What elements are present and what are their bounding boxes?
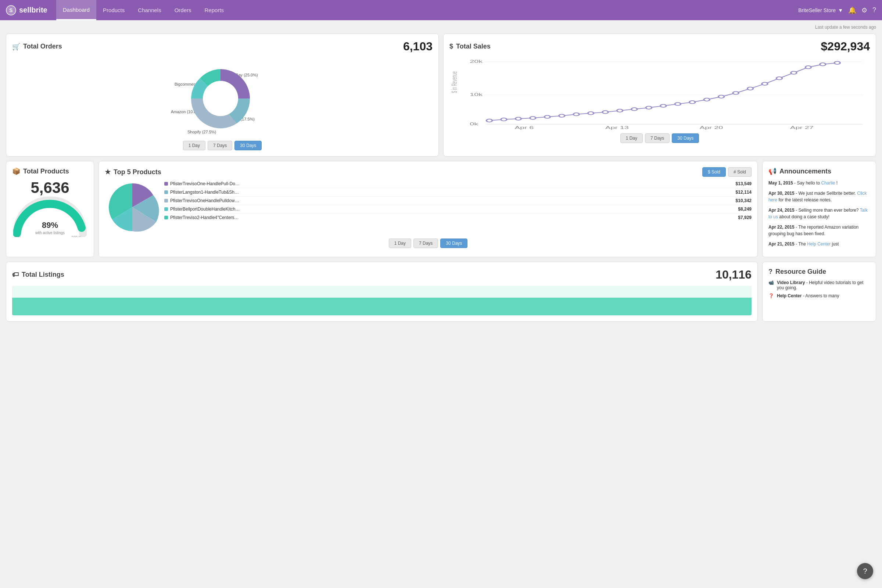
resource-title: ? Resource Guide <box>768 268 870 276</box>
help-circle-icon: ❓ <box>768 293 774 298</box>
sales-value: $292,934 <box>821 40 870 53</box>
total-listings-card: 🏷 Total Listings 10,116 <box>6 262 758 322</box>
video-icon: 📹 <box>768 280 774 285</box>
sales-30days-btn[interactable]: 30 Days <box>672 134 699 143</box>
top5-item-5: PfisterTreviso2-Handle4"CentersetBa... $… <box>164 213 752 222</box>
gear-icon[interactable]: ⚙ <box>861 6 867 14</box>
ann-item-4: Apr 22, 2015 - The reported Amazon varia… <box>768 224 870 237</box>
total-products-card: 📦 Total Products 5,636 89% with active l… <box>6 161 94 257</box>
sales-title: $ Total Sales <box>450 43 490 50</box>
svg-text:20k: 20k <box>470 59 483 64</box>
nav-orders[interactable]: Orders <box>168 0 198 20</box>
line-chart-svg: 20k 10k 0k $ in Revenue Apr 6 Apr 13 Apr… <box>450 56 870 130</box>
box-icon: 📦 <box>12 167 20 175</box>
chevron-down-icon: ▼ <box>838 8 843 13</box>
svg-point-24 <box>559 114 565 117</box>
svg-text:10k: 10k <box>470 92 483 97</box>
top5-inner: PfisterTrevisoOne-HandlePull-DownKi... $… <box>105 180 752 235</box>
total-sales-card: $ Total Sales $292,934 20k 10k 0k $ in R… <box>443 33 876 156</box>
listings-bar-chart <box>12 286 752 315</box>
svg-point-30 <box>646 106 652 109</box>
svg-point-7 <box>203 81 238 116</box>
svg-text:Apr 13: Apr 13 <box>605 125 629 130</box>
products-value: 5,636 <box>12 179 88 196</box>
svg-point-23 <box>544 116 550 118</box>
resource-item-1: 📹 Video Library - Helpful video tutorial… <box>768 280 870 290</box>
svg-point-26 <box>588 112 594 115</box>
top5-item-1: PfisterTrevisoOne-HandlePull-DownKi... $… <box>164 180 752 188</box>
logo: S sellbrite <box>6 5 47 15</box>
svg-text:S: S <box>9 8 12 13</box>
last-update-text: Last update a few seconds ago <box>6 25 876 30</box>
gauge-svg: 89% with active listings 0 % 100 % <box>13 196 87 237</box>
svg-point-32 <box>675 102 681 105</box>
svg-point-22 <box>530 117 536 119</box>
top5-7days-btn[interactable]: 7 Days <box>413 238 438 248</box>
orders-value: 6,103 <box>403 40 432 53</box>
sales-7days-btn[interactable]: 7 Days <box>645 134 670 143</box>
nav-reports[interactable]: Reports <box>198 0 231 20</box>
svg-point-40 <box>791 71 797 74</box>
sales-1day-btn[interactable]: 1 Day <box>620 134 643 143</box>
top5-list: PfisterTrevisoOne-HandlePull-DownKi... $… <box>164 180 752 222</box>
svg-point-19 <box>487 119 492 122</box>
resource-item-2: ❓ Help Center - Answers to many <box>768 293 870 298</box>
tag-icon: 🏷 <box>12 271 19 279</box>
top5-dot-2 <box>164 190 168 194</box>
svg-text:Apr 6: Apr 6 <box>515 125 534 130</box>
top5-item-3: PfisterTrevisoOneHandlePulldownKitc... $… <box>164 196 752 205</box>
sales-btn-group: 1 Day 7 Days 30 Days <box>450 134 870 143</box>
nav-products[interactable]: Products <box>96 0 131 20</box>
orders-30days-btn[interactable]: 30 Days <box>234 141 262 150</box>
sold-dollar-btn[interactable]: $ Sold <box>702 167 726 177</box>
top5-title: ★ Top 5 Products <box>105 168 161 176</box>
logo-icon: S <box>6 5 16 15</box>
listings-value: 10,116 <box>716 268 752 282</box>
svg-text:with active listings: with active listings <box>35 231 64 235</box>
orders-title: 🛒 Total Orders <box>12 43 62 51</box>
svg-point-25 <box>573 113 579 116</box>
ann-item-5: Apr 21, 2015 - The Help Center just <box>768 241 870 248</box>
svg-point-21 <box>515 117 521 120</box>
svg-text:Apr 27: Apr 27 <box>790 125 814 130</box>
announcements-title: 📢 Announcements <box>768 167 870 175</box>
top5-btn-group: $ Sold # Sold <box>702 167 752 177</box>
sales-header: $ Total Sales $292,934 <box>450 40 870 53</box>
nav-dashboard[interactable]: Dashboard <box>56 0 96 20</box>
row-2: 📦 Total Products 5,636 89% with active l… <box>6 161 876 257</box>
svg-text:100 %: 100 % <box>71 236 82 237</box>
announcements-card: 📢 Announcements May 1, 2015 - Say hello … <box>762 161 876 257</box>
listings-header: 🏷 Total Listings 10,116 <box>12 268 752 282</box>
svg-point-41 <box>805 66 811 69</box>
navbar: S sellbrite Dashboard Products Channels … <box>0 0 882 20</box>
ann-item-3: Apr 24, 2015 - Selling more than ever be… <box>768 207 870 220</box>
sold-num-btn[interactable]: # Sold <box>728 167 752 177</box>
row-3: 🏷 Total Listings 10,116 ? Resource Guide… <box>6 262 876 322</box>
orders-btn-group: 1 Day 7 Days 30 Days <box>12 141 432 150</box>
svg-point-42 <box>820 63 826 66</box>
cart-icon: 🛒 <box>12 43 20 51</box>
svg-point-27 <box>602 111 608 114</box>
svg-point-37 <box>747 87 753 90</box>
ann-link-5[interactable]: Help Center <box>807 242 831 247</box>
orders-1day-btn[interactable]: 1 Day <box>183 141 206 150</box>
ann-link-1[interactable]: Charlie <box>821 180 835 186</box>
svg-point-29 <box>632 108 637 111</box>
svg-text:89%: 89% <box>42 220 58 230</box>
top5-dot-4 <box>164 207 168 211</box>
svg-text:Shopify (27.5%): Shopify (27.5%) <box>188 130 216 134</box>
top5-item-4: PfisterBellportDoubleHandleKitchenF... $… <box>164 205 752 213</box>
help-icon[interactable]: ? <box>873 6 876 14</box>
svg-point-43 <box>834 62 840 64</box>
resource-guide-card: ? Resource Guide 📹 Video Library - Helpf… <box>762 262 876 322</box>
bell-icon[interactable]: 🔔 <box>848 6 856 14</box>
store-selector[interactable]: BriteSeller Store ▼ <box>798 8 843 13</box>
top5-1day-btn[interactable]: 1 Day <box>389 238 411 248</box>
total-orders-card: 🛒 Total Orders 6,103 eBay (25.0%) Bigcom… <box>6 33 439 156</box>
nav-channels[interactable]: Channels <box>131 0 168 20</box>
sales-line-chart: 20k 10k 0k $ in Revenue Apr 6 Apr 13 Apr… <box>450 56 870 130</box>
top5-dot-1 <box>164 182 168 186</box>
svg-point-28 <box>617 109 623 112</box>
orders-7days-btn[interactable]: 7 Days <box>208 141 232 150</box>
top5-30days-btn[interactable]: 30 Days <box>440 238 468 248</box>
